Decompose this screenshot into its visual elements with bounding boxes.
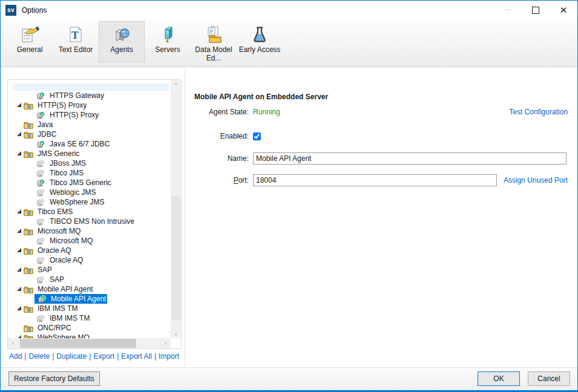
tree-row-partial-top[interactable] [13, 83, 169, 91]
tree-horizontal-scrollbar[interactable]: ‹ › [8, 338, 171, 348]
folder-icon [24, 207, 33, 217]
scroll-left-icon[interactable]: ‹ [8, 338, 18, 348]
tree-row[interactable]: JBoss JMS [8, 158, 171, 168]
restore-factory-defaults-button[interactable]: Restore Factory Defaults [8, 371, 100, 386]
expander-open-icon[interactable] [16, 151, 22, 157]
export-all-link[interactable]: Export All [121, 352, 152, 361]
enabled-label: Enabled: [194, 132, 249, 140]
tree-row-label: SAP [48, 275, 65, 284]
toolbar-item-data-model[interactable]: Data Model Ed... [191, 21, 237, 62]
maximize-button[interactable] [522, 1, 550, 19]
tree-row[interactable]: Java SE 6/7 JDBC [8, 139, 171, 149]
tree-row[interactable]: JMS Generic [8, 149, 171, 158]
folder-icon [24, 227, 33, 236]
scroll-up-icon[interactable]: ⌃ [171, 80, 181, 90]
tree-row[interactable]: JDBC [8, 129, 171, 139]
tree-row[interactable]: Microsoft MQ [8, 226, 171, 236]
tree-row[interactable]: HTTP(S) Proxy [8, 110, 171, 120]
panel-title: Mobile API Agent on Embedded Server [194, 93, 568, 101]
tree-row[interactable]: SAP [8, 275, 171, 284]
tree-row[interactable]: Oracle AQ [8, 255, 171, 265]
import-link[interactable]: Import [159, 352, 179, 361]
tree-row-label: JMS Generic [36, 149, 80, 158]
expander-placeholder [16, 122, 22, 128]
enabled-checkbox[interactable] [253, 132, 261, 140]
agent-off-icon [36, 159, 45, 168]
agent-settings-panel: Mobile API Agent on Embedded Server Agen… [194, 93, 568, 101]
tree-row-label: Oracle AQ [48, 255, 84, 265]
maximize-icon [532, 7, 539, 14]
tree-row[interactable]: Microsoft MQ [8, 236, 171, 246]
scroll-down-icon[interactable]: ⌄ [171, 328, 181, 338]
agent-off-icon [36, 314, 45, 323]
tree-row[interactable]: Mobile API Agent [8, 284, 171, 294]
expander-open-icon[interactable] [16, 305, 22, 312]
minimize-button[interactable] [494, 1, 522, 19]
tree-row-label: Mobile API Agent [36, 284, 94, 294]
tree-row[interactable]: HTTPS Gateway [8, 91, 171, 100]
port-input[interactable] [253, 174, 497, 186]
assign-unused-port-link[interactable]: Assign Unused Port [504, 176, 568, 185]
toolbar-item-text-editor[interactable]: TText Editor [53, 21, 99, 62]
tree-row[interactable]: IBM IMS TM [8, 304, 171, 313]
tree-row[interactable]: Tibco JMS Generic [8, 178, 171, 188]
tree-row[interactable]: SAP [8, 265, 171, 275]
tree-row[interactable]: Tibco EMS [8, 207, 171, 217]
close-icon: ✕ [560, 5, 568, 15]
toolbar-item-general[interactable]: General [7, 21, 53, 62]
toolbar-item-early-access[interactable]: Early Access [237, 21, 283, 62]
test-configuration-link[interactable]: Test Configuration [509, 108, 568, 116]
close-button[interactable]: ✕ [550, 1, 577, 19]
tree-vertical-scrollbar[interactable]: ⌃ ⌄ [171, 80, 181, 338]
tree-row[interactable]: Oracle AQ [8, 246, 171, 255]
tree-row-label: IBM IMS TM [48, 313, 91, 323]
tree-row[interactable]: Java [8, 120, 171, 129]
options-toolbar: GeneralTText EditorAgentsServersData Mod… [1, 19, 577, 67]
scroll-right-icon[interactable]: › [160, 338, 171, 348]
cancel-button[interactable]: Cancel [528, 371, 570, 386]
agents-icon [112, 25, 131, 44]
expander-open-icon[interactable] [16, 267, 22, 273]
toolbar-item-label: Early Access [237, 46, 282, 54]
tree-row-label: Microsoft MQ [48, 236, 94, 246]
tree-row-label: IBM IMS TM [36, 304, 79, 313]
expander-open-icon[interactable] [16, 209, 22, 215]
agents-tree: HTTPS GatewayHTTP(S) ProxyHTTP(S) ProxyJ… [7, 79, 182, 349]
tree-row[interactable]: Weblogic JMS [8, 188, 171, 197]
duplicate-link[interactable]: Duplicate [56, 352, 87, 361]
delete-link[interactable]: Delete [28, 352, 50, 361]
content-area: HTTPS GatewayHTTP(S) ProxyHTTP(S) ProxyJ… [1, 68, 577, 368]
toolbar-item-servers[interactable]: Servers [145, 21, 191, 62]
add-link[interactable]: Add [9, 352, 22, 361]
expander-placeholder [16, 325, 22, 331]
export-link[interactable]: Export [93, 352, 114, 361]
tree-row[interactable]: ONC/RPC [8, 323, 171, 333]
agent-on-icon [36, 140, 45, 149]
dialog-footer: Restore Factory Defaults OK Cancel [1, 367, 577, 390]
expander-open-icon[interactable] [16, 228, 22, 234]
expander-open-icon[interactable] [16, 102, 22, 108]
ok-button[interactable]: OK [478, 371, 520, 386]
expander-open-icon[interactable] [16, 131, 22, 137]
expander-open-icon[interactable] [16, 286, 22, 292]
tree-row[interactable]: WebSphere JMS [8, 197, 171, 207]
text-editor-icon: T [66, 25, 85, 44]
name-input[interactable] [253, 152, 567, 165]
tree-row[interactable]: TIBCO EMS Non Intrusive [8, 217, 171, 226]
tree-row[interactable]: Tibco JMS [8, 168, 171, 178]
tree-row[interactable]: WebSphere MQ [8, 333, 171, 338]
folder-icon [24, 304, 33, 313]
agent-state-value: Running [253, 108, 280, 116]
general-icon [20, 25, 39, 44]
tree-row[interactable]: HTTP(S) Proxy [8, 100, 171, 110]
toolbar-item-agents[interactable]: Agents [99, 21, 145, 62]
expander-open-icon[interactable] [16, 247, 22, 253]
tree-row[interactable]: Mobile API Agent [8, 294, 171, 304]
folder-icon [24, 285, 33, 294]
tree-row-label: Java SE 6/7 JDBC [48, 139, 111, 149]
vertical-scroll-thumb[interactable] [171, 196, 180, 320]
tree-row-label: JBoss JMS [48, 158, 87, 168]
tree-row-label: WebSphere MQ [36, 333, 91, 338]
tree-row[interactable]: IBM IMS TM [8, 313, 171, 323]
horizontal-scroll-thumb[interactable] [20, 339, 136, 348]
